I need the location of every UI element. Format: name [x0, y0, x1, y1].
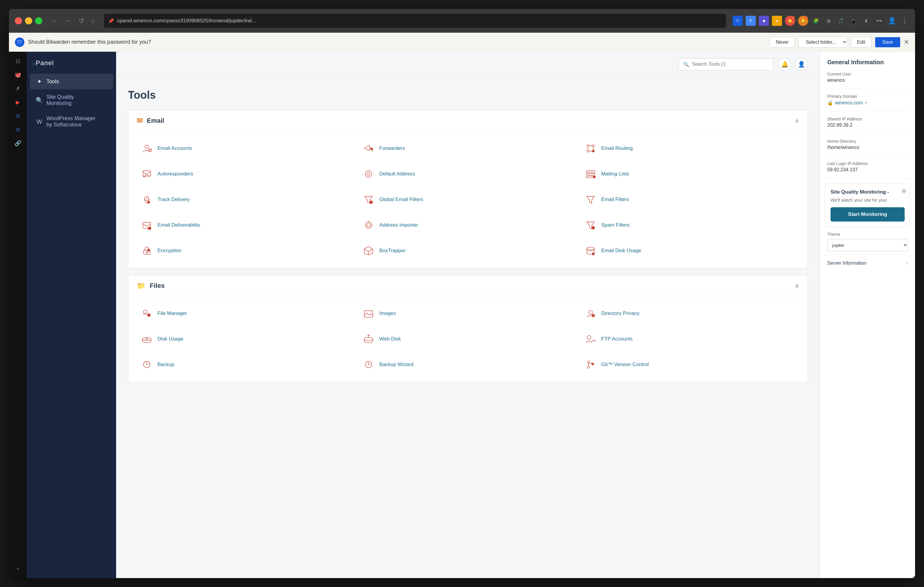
ext-grid-icon[interactable]: ⊞ [824, 16, 833, 26]
tool-mailing-lists[interactable]: ! Mailing Lists [581, 163, 799, 185]
profile-icon[interactable]: 👤 [887, 16, 897, 26]
ext-puzzle-icon[interactable]: 🧩 [811, 16, 821, 26]
tool-disk-usage[interactable]: Disk Usage [137, 328, 355, 350]
shared-ip-value: 202.89.39.2 [827, 123, 908, 128]
youtube-icon[interactable]: ▶ [13, 97, 23, 108]
refresh-button[interactable]: ↺ [76, 16, 86, 26]
svg-line-60 [369, 313, 371, 315]
theme-select[interactable]: jupiter [827, 239, 908, 251]
tool-default-address[interactable]: Default Address [358, 163, 577, 185]
tool-images[interactable]: Images [358, 302, 577, 325]
tool-directory-privacy[interactable]: 👁 Directory Privacy [581, 302, 799, 325]
svg-point-54 [143, 310, 147, 314]
cpanel-header: 🔍 🔔 👤 [116, 52, 820, 77]
add-sidebar-icon[interactable]: ＋ [13, 563, 23, 574]
tool-boxtrapper[interactable]: BoxTrapper [358, 239, 577, 262]
files-collapse-button[interactable]: ∧ [795, 282, 799, 289]
tool-spam-filters[interactable]: ! Spam Filters [581, 214, 799, 237]
back-button[interactable]: ← [49, 16, 60, 26]
tool-email-filters[interactable]: Email Filters [581, 188, 799, 211]
sidebar-item-tools[interactable]: ✦ Tools [30, 74, 113, 89]
ext-icon-2[interactable]: ■ [759, 16, 769, 26]
tool-backup-wizard[interactable]: Backup Wizard [358, 353, 577, 376]
cpanel-main-content: 🔍 🔔 👤 Tools ✉ [116, 52, 820, 578]
tool-forwarders[interactable]: ! Forwarders [358, 137, 577, 159]
tool-address-importer[interactable]: Address Importer [358, 214, 577, 237]
files-card-header: 📁 Files ∧ [128, 276, 808, 296]
track-delivery-icon: ! [140, 193, 153, 206]
circle-icon-2[interactable]: ⊙ [13, 124, 23, 135]
ext-icon-1[interactable]: F [746, 16, 756, 26]
tool-autoresponders[interactable]: Autoresponders [137, 163, 355, 185]
email-routing-icon: ! [584, 142, 597, 155]
circle-icon-1[interactable]: ⊙ [13, 111, 23, 121]
home-button[interactable]: ⌂ [89, 16, 97, 26]
header-icons: 🔔 👤 [778, 58, 808, 71]
sidebar-item-wordpress[interactable]: W WordPress Manager by Softaculous [30, 111, 113, 132]
svg-point-6 [587, 150, 589, 152]
svg-point-52 [592, 252, 594, 255]
url-bar[interactable]: 📌 cpanel.winenco.com/cpsess3100906025/fr… [104, 14, 726, 28]
backup-wizard-label: Backup Wizard [379, 362, 413, 368]
bitwarden-edit-button[interactable]: Edit [851, 37, 871, 48]
bitwarden-never-button[interactable]: Never [769, 37, 795, 48]
email-accounts-icon [140, 142, 153, 155]
general-info-section: General Information Current User winenco… [820, 52, 915, 178]
ext-phone-icon[interactable]: 📱 [849, 16, 858, 26]
sidebar-toggle-icon[interactable]: ⊡ [13, 56, 23, 67]
bitwarden-close-button[interactable]: ✕ [904, 38, 909, 46]
search-input[interactable] [692, 62, 768, 67]
svg-marker-30 [587, 196, 594, 203]
ext-icon-3[interactable]: ● [772, 16, 782, 26]
vpn-badge[interactable]: VPN [874, 18, 884, 23]
svg-point-5 [587, 145, 589, 146]
backup-label: Backup [157, 362, 175, 368]
ext-download-icon[interactable]: ⬇ [861, 16, 871, 26]
nav-buttons: ← → ↺ ⌂ [49, 16, 97, 26]
bitwarden-ext-icon[interactable]: 🛡 [733, 16, 743, 26]
tool-email-disk-usage[interactable]: ! Email Disk Usage [581, 239, 799, 262]
main-content: ⊡ 🐙 ✗ ▶ ⊙ ⊙ 🔗 ＋ cPanel ✦ Tools 🔍 [9, 52, 915, 578]
close-window-button[interactable] [15, 17, 22, 25]
maximize-window-button[interactable] [35, 17, 42, 25]
svg-rect-1 [149, 149, 152, 152]
ext-music-icon[interactable]: 🎵 [836, 16, 846, 26]
tool-web-disk[interactable]: Web Disk [358, 328, 577, 350]
ext-notification-2[interactable]: 🔔 [798, 16, 808, 26]
start-monitoring-button[interactable]: Start Monitoring [830, 207, 905, 222]
svg-point-0 [145, 145, 149, 149]
github-icon[interactable]: 🐙 [13, 69, 23, 80]
forward-button[interactable]: → [63, 16, 74, 26]
minimize-window-button[interactable] [25, 17, 32, 25]
tool-ftp-accounts[interactable]: FTP FTP Accounts [581, 328, 799, 350]
sqm-close-button[interactable]: ⊗ [901, 187, 906, 194]
tool-email-accounts[interactable]: Email Accounts [137, 137, 355, 159]
bitwarden-save-button[interactable]: Save [875, 37, 900, 47]
link-icon[interactable]: 🔗 [13, 138, 23, 149]
primary-domain-link[interactable]: 🔒 winenco.com ↗ [827, 100, 908, 105]
email-section-card: ✉ Email ∧ [128, 110, 808, 268]
search-bar-container[interactable]: 🔍 [678, 58, 773, 71]
twitter-icon[interactable]: ✗ [13, 83, 23, 94]
user-profile-icon[interactable]: 👤 [795, 58, 808, 71]
tool-email-routing[interactable]: ! Email Routing [581, 137, 799, 159]
email-collapse-button[interactable]: ∧ [795, 117, 799, 124]
site-quality-icon: 🔍 [36, 97, 43, 104]
tool-global-email-filters[interactable]: + Global Email Filters [358, 188, 577, 211]
tool-backup[interactable]: Backup [137, 353, 355, 376]
tool-email-deliverability[interactable]: ✓ Email Deliverability [137, 214, 355, 237]
tool-git-version-control[interactable]: ! Git™ Version Control [581, 353, 799, 376]
bitwarden-folder-select[interactable]: Select folder... [799, 36, 847, 48]
svg-point-73 [587, 361, 589, 363]
mailing-lists-icon: ! [584, 168, 597, 181]
svg-rect-18 [586, 171, 595, 172]
tool-file-manager[interactable]: ! File Manager [137, 302, 355, 325]
ext-notification-icon[interactable]: 🔔 [785, 16, 795, 26]
server-info-row[interactable]: Server Information › [820, 255, 915, 271]
tool-track-delivery[interactable]: ! Track Delivery [137, 188, 355, 211]
current-user-row: Current User winenco [827, 72, 908, 89]
menu-icon[interactable]: ⋮ [899, 16, 909, 26]
notification-bell-icon[interactable]: 🔔 [778, 58, 791, 71]
sidebar-item-site-quality[interactable]: 🔍 Site Quality Monitoring [30, 90, 113, 111]
tool-encryption[interactable]: ! Encryption [137, 239, 355, 262]
